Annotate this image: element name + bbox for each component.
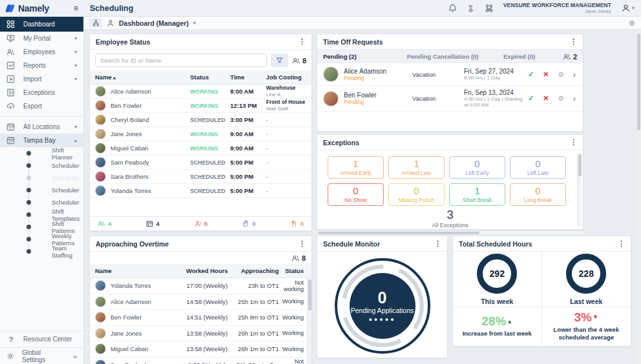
column-approaching[interactable]: Approaching: [235, 267, 279, 274]
cancel-icon[interactable]: [558, 71, 563, 78]
page-scrollbar[interactable]: [636, 30, 641, 364]
sidebar-subitem-weekly-patterns[interactable]: Weekly Patterns: [28, 233, 83, 245]
this-week-cell: 292 This week: [453, 252, 542, 307]
status-badge: WORKING: [190, 131, 230, 137]
column-name[interactable]: Name: [95, 74, 190, 81]
chevron-right-icon[interactable]: [573, 70, 576, 79]
kebab-menu-icon[interactable]: [618, 240, 625, 247]
chevron-down-icon[interactable]: [193, 20, 196, 26]
kebab-menu-icon[interactable]: [299, 38, 306, 45]
sidebar-item-dashboard[interactable]: Dashboard: [0, 17, 83, 32]
time-off-row[interactable]: Alice Adamson Pending Vacation Fri, Sep …: [317, 63, 583, 86]
sidebar-item-exceptions[interactable]: Exceptions: [0, 86, 83, 99]
sidebar-item-all-locations[interactable]: All Locations: [0, 120, 83, 134]
people-icon: [6, 48, 16, 56]
carousel-dots[interactable]: ●●●●●: [368, 318, 395, 322]
sidebar-item-employees[interactable]: Employees: [0, 45, 83, 59]
scrollbar[interactable]: [307, 278, 311, 364]
table-row[interactable]: Alice Adamson 14:58 (Weekly) 25h 1m to O…: [90, 294, 311, 310]
kebab-menu-icon[interactable]: [299, 240, 306, 247]
sidebar-subitem-scheduler-faded[interactable]: Scheduler: [28, 172, 83, 184]
exception-tile-left-late[interactable]: 0Left Late: [510, 156, 566, 179]
table-row[interactable]: Alice Adamson WORKING 8:00 AM WarehouseL…: [90, 85, 311, 99]
table-row[interactable]: Sam Peabody SCHEDULED 5:00 PM -: [90, 156, 311, 170]
kebab-menu-icon[interactable]: [570, 139, 577, 146]
exception-tile-long-break[interactable]: 0Long Break: [510, 183, 566, 206]
exception-tile-short-break[interactable]: 1Short Break: [449, 183, 505, 206]
leave-count[interactable]: 0: [242, 220, 255, 227]
sidebar-item-import[interactable]: Import: [0, 72, 83, 86]
table-row[interactable]: Yolanda Torres SCHEDULED 5:00 PM -: [90, 184, 311, 198]
approve-icon[interactable]: [528, 95, 534, 102]
filter-funnel-icon[interactable]: [271, 54, 288, 67]
bell-icon[interactable]: [448, 4, 457, 12]
sidebar-item-my-portal[interactable]: My Portal: [0, 32, 83, 45]
table-row[interactable]: Ben Fowler 14:51 (Weekly) 25h 8m to OT1 …: [90, 310, 311, 326]
deny-icon[interactable]: [543, 95, 549, 102]
time-off-requests-card: Time Off Requests Pending (2) Pending Ca…: [317, 34, 583, 132]
working-count[interactable]: 4: [98, 220, 111, 227]
sidebar-subitem-team-staffing[interactable]: Team Staffing: [28, 245, 83, 258]
table-row[interactable]: Sam Peabody 8:30 (Weekly) 31h 30m to O..…: [90, 358, 311, 364]
scheduled-count[interactable]: 4: [146, 220, 159, 227]
sidebar-subitem-scheduler[interactable]: Scheduler: [28, 184, 83, 196]
column-worked-hours[interactable]: Worked Hours: [180, 267, 235, 274]
chevron-right-icon[interactable]: [573, 94, 576, 103]
sidebar-item-export[interactable]: Export: [0, 99, 83, 113]
column-time[interactable]: Time: [230, 74, 266, 81]
employee-name: Jane Jones: [110, 330, 142, 337]
scrollbar[interactable]: [577, 153, 582, 227]
absent-count[interactable]: 0: [194, 220, 207, 227]
user-menu[interactable]: [621, 3, 635, 13]
table-row[interactable]: Sara Brothers SCHEDULED 5:00 PM -: [90, 170, 311, 184]
time-off-row[interactable]: Ben Fowler Pending Vacation Fri, Sep 13,…: [317, 86, 583, 112]
sidebar-subitem-scheduler[interactable]: Scheduler: [28, 159, 83, 172]
table-row[interactable]: Jane Jones 13:58 (Weekly) 26h 1m to OT1 …: [90, 326, 311, 342]
sidebar-subitem-shift-templates[interactable]: Shift Templates: [28, 208, 83, 221]
table-row[interactable]: Cheryl Boland SCHEDULED 3:00 PM -: [90, 113, 311, 127]
column-job-costing[interactable]: Job Costing: [266, 74, 306, 81]
collapse-sidebar-icon[interactable]: [73, 352, 77, 360]
exception-tile-no-show[interactable]: 0No Show: [328, 183, 384, 206]
touch-icon[interactable]: [467, 4, 475, 12]
hamburger-menu-icon[interactable]: [74, 5, 78, 12]
hierarchy-icon[interactable]: [89, 18, 102, 28]
cancel-icon[interactable]: [558, 95, 563, 102]
column-status[interactable]: Status: [278, 267, 306, 274]
sidebar-subitem-scheduler[interactable]: Scheduler: [28, 196, 83, 208]
sidebar-item-tampa-bay[interactable]: Tampa Bay: [0, 134, 83, 147]
table-row[interactable]: Miguel Caban WORKING 9:00 AM -: [90, 141, 311, 156]
break-count[interactable]: 0: [291, 220, 304, 227]
table-row[interactable]: Miguel Caban 13:58 (Weekly) 26h 1m to OT…: [90, 341, 311, 358]
search-input[interactable]: [95, 54, 267, 67]
approve-icon[interactable]: [528, 71, 534, 78]
card-title: Approaching Overtime: [96, 240, 169, 248]
global-settings-link[interactable]: Global Settings: [0, 347, 83, 364]
sidebar-subitem-shift-patterns[interactable]: Shift Patterns: [28, 221, 83, 233]
request-type: Vacation: [412, 71, 459, 78]
settings-gear-icon[interactable]: [628, 19, 636, 27]
pending-applications-donut[interactable]: 0 Pending Applications ●●●●●: [335, 258, 430, 354]
tab-pending[interactable]: Pending (2): [323, 53, 407, 60]
table-row[interactable]: Ben Fowler WORKING 12:13 PM Front of Hou…: [90, 99, 311, 113]
dashboard-view-selector[interactable]: Dashboard (Manager): [119, 19, 189, 27]
exception-tile-left-early[interactable]: 0Left Early: [449, 156, 505, 179]
exception-tile-arrived-early[interactable]: 1Arrived Early: [328, 156, 384, 179]
horizontal-scrollbar[interactable]: [317, 230, 583, 234]
kebab-menu-icon[interactable]: [570, 38, 577, 45]
exception-tile-arrived-late[interactable]: 1Arrived Late: [388, 156, 445, 179]
tab-expired[interactable]: Expired (0): [503, 53, 563, 60]
deny-icon[interactable]: [543, 71, 549, 78]
sidebar-subitem-shift-planner[interactable]: Shift Planner: [28, 147, 83, 159]
exception-tile-missing-punch[interactable]: 0Missing Punch: [388, 183, 445, 206]
tab-pending-cancellation[interactable]: Pending Cancellation (0): [407, 53, 503, 60]
kebab-menu-icon[interactable]: [434, 240, 441, 247]
import-icon: [6, 75, 16, 83]
table-row[interactable]: Jane Jones WORKING 9:00 AM -: [90, 127, 311, 141]
sidebar-item-reports[interactable]: Reports: [0, 59, 83, 72]
column-status[interactable]: Status: [190, 74, 230, 81]
org-chart-icon[interactable]: [485, 4, 494, 12]
table-row[interactable]: Yolanda Torres 17:00 (Weekly) 23h to OT1…: [90, 278, 311, 294]
resource-center-link[interactable]: ? Resource Center: [0, 330, 83, 347]
column-name[interactable]: Name: [95, 267, 180, 274]
